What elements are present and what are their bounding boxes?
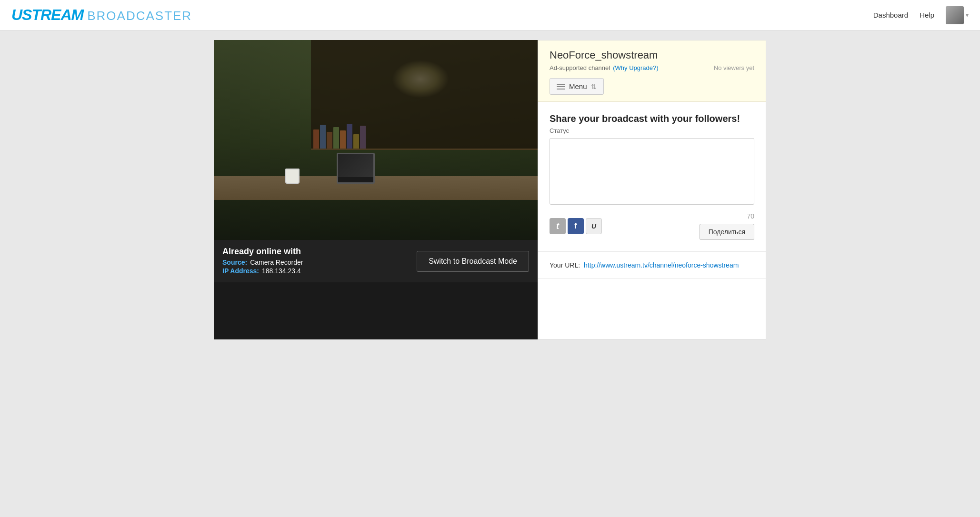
menu-lines-icon <box>557 84 565 89</box>
ip-value: 188.134.23.4 <box>262 267 301 275</box>
ip-row: IP Address: 188.134.23.4 <box>222 267 303 275</box>
header-nav: Dashboard Help ▾ <box>873 6 969 24</box>
avatar <box>946 6 964 24</box>
logo-area: USTREAM BROADCASTER <box>11 6 873 24</box>
main-content: Already online with Source: Camera Recor… <box>204 30 776 349</box>
monitor-screen <box>338 154 373 177</box>
video-panel: Already online with Source: Camera Recor… <box>214 40 538 339</box>
no-viewers-label: No viewers yet <box>714 64 754 71</box>
shelf-area <box>311 40 538 150</box>
url-label: Your URL: <box>550 261 580 269</box>
user-avatar-area[interactable]: ▾ <box>946 6 969 24</box>
logo-broadcaster: BROADCASTER <box>87 9 192 23</box>
shelf-books <box>311 83 538 149</box>
menu-line <box>557 84 565 85</box>
right-panel: NeoForce_showstream Ad-supported channel… <box>538 40 766 339</box>
switch-broadcast-button[interactable]: Switch to Broadcast Mode <box>417 251 529 272</box>
podelit-button[interactable]: Поделиться <box>700 224 754 240</box>
url-row: Your URL: http://www.ustream.tv/channel/… <box>550 261 754 269</box>
menu-select[interactable]: Menu ⇅ <box>550 78 604 95</box>
menu-line <box>557 86 565 87</box>
video-background <box>214 40 538 240</box>
url-section: Your URL: http://www.ustream.tv/channel/… <box>538 252 766 279</box>
ad-supported-label: Ad-supported channel <box>550 64 610 71</box>
desk-monitor <box>337 153 375 184</box>
menu-select-wrapper: Menu ⇅ <box>550 78 754 95</box>
social-icons: t f U <box>550 218 602 234</box>
url-link[interactable]: http://www.ustream.tv/channel/neoforce-s… <box>584 261 739 269</box>
help-link[interactable]: Help <box>920 11 934 19</box>
menu-arrow-icon: ⇅ <box>591 83 597 90</box>
why-upgrade-link[interactable]: (Why Upgrade?) <box>613 64 658 71</box>
dashboard-link[interactable]: Dashboard <box>873 11 908 19</box>
desk-surface <box>214 176 538 200</box>
twitter-icon[interactable]: t <box>550 218 566 234</box>
share-title: Share your broadcast with your followers… <box>550 113 754 124</box>
source-row: Source: Camera Recorder <box>222 258 303 266</box>
logo-ustream[interactable]: USTREAM <box>11 6 83 24</box>
channel-name: NeoForce_showstream <box>550 49 754 61</box>
source-value: Camera Recorder <box>250 258 303 266</box>
status-textarea[interactable] <box>550 138 754 205</box>
share-section: Share your broadcast with your followers… <box>538 102 766 252</box>
header: USTREAM BROADCASTER Dashboard Help ▾ <box>0 0 980 30</box>
status-label: Статус <box>550 127 754 134</box>
source-label: Source: <box>222 258 247 266</box>
channel-meta-left: Ad-supported channel (Why Upgrade?) <box>550 64 659 71</box>
menu-label: Menu <box>569 82 587 90</box>
avatar-image <box>946 6 964 24</box>
video-status-text: Already online with Source: Camera Recor… <box>222 247 303 276</box>
video-info-bar: Already online with Source: Camera Recor… <box>214 240 538 282</box>
char-count: 70 <box>747 212 754 220</box>
mug <box>285 169 300 184</box>
video-container <box>214 40 538 240</box>
facebook-icon[interactable]: f <box>568 218 584 234</box>
menu-line <box>557 89 565 89</box>
channel-header: NeoForce_showstream Ad-supported channel… <box>538 40 766 102</box>
video-bottom-area <box>214 282 538 339</box>
ip-label: IP Address: <box>222 267 259 275</box>
already-online-label: Already online with <box>222 247 303 257</box>
share-bottom: t f U 70 Поделиться <box>550 212 754 240</box>
share-right: 70 Поделиться <box>700 212 754 240</box>
ustream-share-icon[interactable]: U <box>586 218 602 234</box>
channel-meta-row: Ad-supported channel (Why Upgrade?) No v… <box>550 64 754 71</box>
chevron-down-icon: ▾ <box>966 12 969 19</box>
